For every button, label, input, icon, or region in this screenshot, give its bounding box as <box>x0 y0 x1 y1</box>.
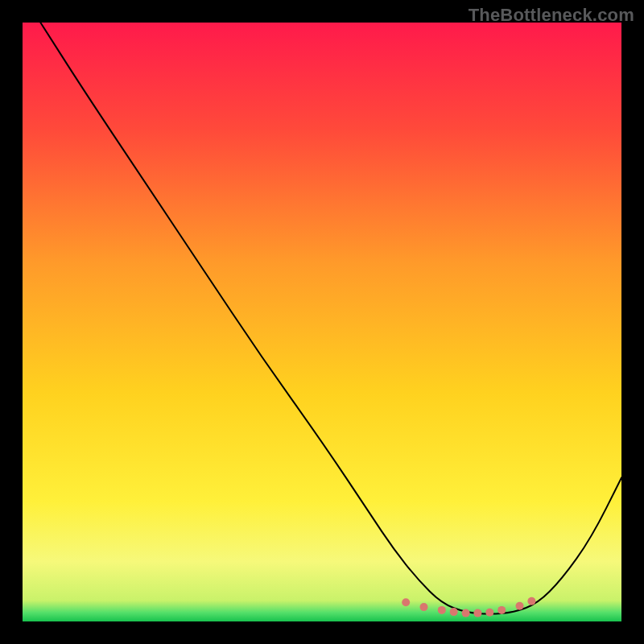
optimal-dot <box>402 598 410 606</box>
plot-area <box>23 23 621 621</box>
gradient-background <box>23 23 621 621</box>
optimal-dot <box>485 609 493 617</box>
optimal-dot <box>516 602 524 610</box>
optimal-dot <box>420 603 428 611</box>
optimal-dot <box>438 606 446 614</box>
plot-svg <box>23 23 621 621</box>
optimal-dot <box>450 608 458 616</box>
optimal-dot <box>497 606 506 614</box>
optimal-dot <box>473 609 481 617</box>
optimal-dot <box>462 609 470 617</box>
optimal-dot <box>527 597 535 605</box>
chart-stage: TheBottleneck.com <box>0 0 644 644</box>
